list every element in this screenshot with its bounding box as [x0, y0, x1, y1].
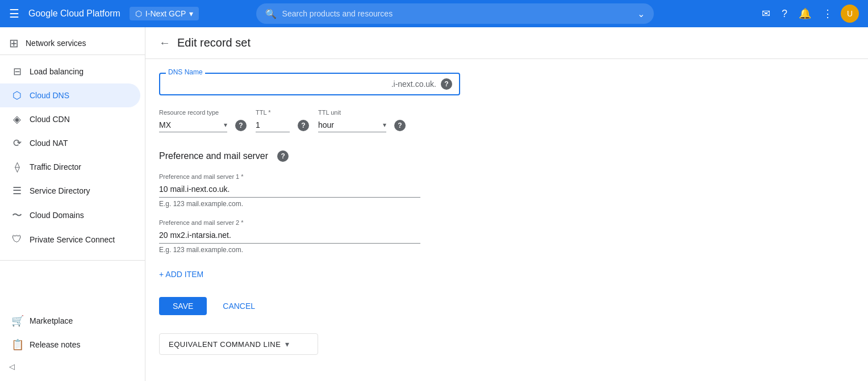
traffic-director-icon: ⟠ [11, 161, 23, 173]
mail-server-2-input[interactable] [159, 231, 420, 240]
ttl-label: TTL * [256, 109, 309, 116]
private-service-connect-icon: 🛡 [11, 233, 23, 245]
action-buttons: SAVE CANCEL [159, 297, 854, 315]
load-balancing-icon: ⊟ [11, 65, 23, 78]
menu-icon[interactable]: ☰ [9, 7, 19, 20]
avatar[interactable]: U [841, 5, 859, 23]
topbar: ☰ Google Cloud Platform ⬡ I-Next GCP ▾ 🔍… [0, 0, 868, 27]
page-title: Edit record set [177, 36, 251, 49]
mail-server-1-hint: E.g. 123 mail.example.com. [159, 200, 854, 208]
sidebar-item-cloud-dns[interactable]: ⬡ Cloud DNS [0, 83, 140, 107]
project-selector[interactable]: ⬡ I-Next GCP ▾ [130, 7, 199, 20]
sidebar-item-label: Release notes [30, 340, 81, 349]
sidebar-item-cloud-domains[interactable]: 〜 Cloud Domains [0, 203, 140, 228]
sidebar-section-title: Network services [26, 39, 86, 48]
sidebar-item-label: Private Service Connect [30, 235, 115, 244]
ttl-input-wrapper [256, 118, 290, 132]
sidebar-item-label: Cloud NAT [30, 139, 68, 148]
dns-suffix: .i-next.co.uk. [391, 79, 436, 89]
help-icon[interactable]: ? [778, 5, 791, 23]
ttl-unit-field: TTL unit hour minute second ▾ ? [318, 109, 406, 132]
preference-section-title: Preference and mail server ? [159, 150, 854, 162]
release-notes-icon: 📋 [11, 338, 23, 351]
sidebar-bottom: 🛒 Marketplace 📋 Release notes ◁ [0, 309, 145, 381]
pref-help-icon[interactable]: ? [277, 150, 289, 162]
sidebar-item-label: Traffic Director [30, 162, 81, 171]
mail-server-1-label: Preference and mail server 1 * [159, 173, 420, 180]
project-name: I-Next GCP [145, 9, 186, 18]
search-expand-icon: ⌄ [637, 9, 645, 19]
sidebar-divider [0, 260, 145, 261]
equiv-cmdline-label: EQUIVALENT COMMAND LINE [169, 340, 281, 349]
cloud-dns-icon: ⬡ [11, 89, 23, 102]
sidebar-item-release-notes[interactable]: 📋 Release notes [0, 333, 140, 357]
search-icon: 🔍 [265, 9, 277, 19]
record-type-help-icon[interactable]: ? [235, 120, 247, 131]
record-type-field: Resource record type MX A AAAA CNAME TXT… [159, 109, 247, 132]
app-title: Google Cloud Platform [28, 9, 120, 19]
cancel-button[interactable]: CANCEL [214, 297, 264, 315]
sidebar-item-cloud-nat[interactable]: ⟳ Cloud NAT [0, 131, 140, 155]
main-content: ← Edit record set DNS Name .i-next.co.uk… [145, 27, 868, 381]
sidebar-item-cloud-cdn[interactable]: ◈ Cloud CDN [0, 107, 140, 131]
sidebar-item-load-balancing[interactable]: ⊟ Load balancing [0, 60, 140, 83]
record-type-select[interactable]: MX A AAAA CNAME TXT NS PTR SRV SPF CAA [159, 120, 222, 129]
ttl-unit-select[interactable]: hour minute second [318, 120, 381, 129]
more-icon[interactable]: ⋮ [819, 4, 836, 23]
sidebar-item-traffic-director[interactable]: ⟠ Traffic Director [0, 155, 140, 179]
sidebar-item-private-service-connect[interactable]: 🛡 Private Service Connect [0, 228, 140, 251]
cloud-nat-icon: ⟳ [11, 137, 23, 149]
sidebar-item-label: Cloud DNS [30, 91, 69, 100]
sidebar-item-label: Service Directory [30, 186, 90, 195]
mail-server-1-field: Preference and mail server 1 * [159, 173, 420, 198]
sidebar-item-marketplace[interactable]: 🛒 Marketplace [0, 309, 140, 333]
ttl-input[interactable] [256, 120, 290, 129]
sidebar-item-service-directory[interactable]: ☰ Service Directory [0, 179, 140, 203]
save-button[interactable]: SAVE [159, 297, 207, 315]
dns-name-field: DNS Name .i-next.co.uk. ? [159, 73, 460, 95]
mail-server-1-input[interactable] [159, 185, 420, 194]
ttl-field: TTL * ? [256, 109, 309, 132]
cloud-cdn-icon: ◈ [11, 113, 23, 125]
sidebar-item-label: Cloud CDN [30, 115, 70, 124]
sidebar-section-header: ⊞ Network services [0, 27, 145, 55]
back-button[interactable]: ← [159, 36, 170, 49]
network-services-icon: ⊞ [9, 36, 19, 50]
dns-help-icon[interactable]: ? [441, 78, 452, 90]
sidebar-item-label: Marketplace [30, 316, 73, 325]
dns-name-input[interactable] [167, 79, 391, 89]
record-type-dropdown-icon: ▾ [224, 121, 227, 129]
add-item-button[interactable]: + ADD ITEM [159, 265, 203, 283]
collapse-icon: ◁ [9, 362, 15, 371]
page-header: ← Edit record set [145, 27, 868, 59]
record-type-select-wrapper: MX A AAAA CNAME TXT NS PTR SRV SPF CAA [159, 118, 227, 132]
search-input[interactable] [282, 9, 632, 18]
mail-server-2-input-wrapper [159, 227, 420, 244]
mail-server-2-label: Preference and mail server 2 * [159, 219, 420, 226]
sidebar: ⊞ Network services ⊟ Load balancing ⬡ Cl… [0, 27, 145, 381]
mail-server-1-input-wrapper [159, 181, 420, 198]
dns-name-label: DNS Name [166, 68, 205, 76]
project-chevron-icon: ▾ [189, 9, 193, 18]
record-type-label: Resource record type [159, 109, 247, 116]
email-icon[interactable]: ✉ [758, 4, 774, 23]
preference-section-label: Preference and mail server [159, 151, 268, 161]
equiv-cmdline-section[interactable]: EQUIVALENT COMMAND LINE ▾ [159, 333, 318, 355]
marketplace-icon: 🛒 [11, 315, 23, 327]
record-fields-row: Resource record type MX A AAAA CNAME TXT… [159, 109, 854, 132]
ttl-help-icon[interactable]: ? [298, 120, 309, 131]
sidebar-item-label: Cloud Domains [30, 211, 84, 220]
ttl-unit-select-wrapper: hour minute second ▾ [318, 118, 386, 132]
service-directory-icon: ☰ [11, 185, 23, 197]
sidebar-collapse-button[interactable]: ◁ [0, 357, 145, 376]
topbar-actions: ✉ ? 🔔 ⋮ U [758, 4, 859, 23]
project-dot-icon: ⬡ [135, 9, 142, 18]
search-bar: 🔍 ⌄ [256, 3, 654, 24]
notifications-icon[interactable]: 🔔 [795, 4, 815, 23]
mail-server-2-hint: E.g. 123 mail.example.com. [159, 246, 854, 254]
cloud-domains-icon: 〜 [11, 208, 23, 222]
ttl-unit-help-icon[interactable]: ? [394, 120, 406, 131]
equiv-cmdline-expand-icon: ▾ [285, 340, 289, 349]
ttl-unit-dropdown-icon: ▾ [383, 121, 386, 129]
mail-server-2-field: Preference and mail server 2 * [159, 219, 420, 244]
